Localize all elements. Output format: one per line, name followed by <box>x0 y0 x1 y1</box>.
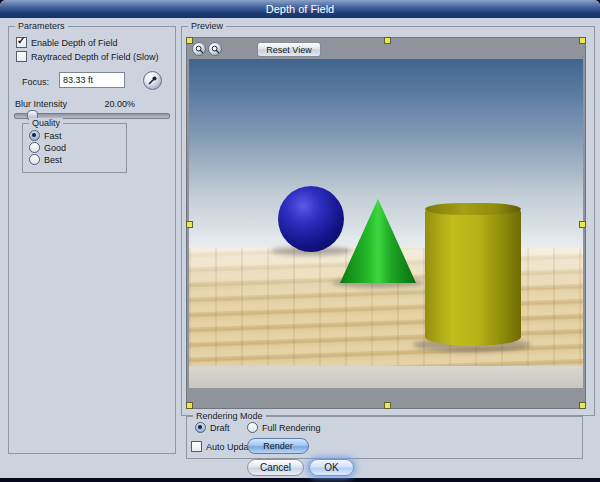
selection-handle-mid-left[interactable] <box>186 221 193 228</box>
yellow-cylinder <box>425 203 521 346</box>
render-button[interactable]: Render <box>247 438 309 454</box>
selection-handle-bottom-left[interactable] <box>186 402 193 409</box>
quality-fast-radio[interactable] <box>29 130 40 141</box>
scene-foreground-band <box>189 366 583 388</box>
preview-group: Preview Reset View <box>181 26 595 416</box>
quality-option-best[interactable]: Best <box>29 154 62 165</box>
magnifier-minus-icon <box>195 45 204 54</box>
selection-handle-mid-right[interactable] <box>579 221 586 228</box>
blur-intensity-value: 20.00% <box>89 99 135 109</box>
raytraced-dof-label: Raytraced Depth of Field (Slow) <box>31 52 159 62</box>
rendering-mode-group-label: Rendering Mode <box>193 411 266 422</box>
quality-group-label: Quality <box>29 118 63 129</box>
enable-dof-label: Enable Depth of Field <box>31 38 118 48</box>
selection-handle-top-left[interactable] <box>186 37 193 44</box>
window-title: Depth of Field <box>266 3 334 15</box>
zoom-in-button[interactable] <box>208 42 222 56</box>
raytraced-dof-checkbox[interactable] <box>16 51 27 62</box>
selection-handle-bottom-mid[interactable] <box>384 402 391 409</box>
cancel-button[interactable]: Cancel <box>247 459 304 476</box>
draft-option[interactable]: Draft <box>195 422 230 433</box>
full-rendering-option[interactable]: Full Rendering <box>247 422 321 433</box>
eyedropper-icon <box>147 75 158 86</box>
preview-scene <box>189 59 583 388</box>
full-rendering-radio[interactable] <box>247 422 258 433</box>
raytraced-dof-row: Raytraced Depth of Field (Slow) <box>16 51 159 62</box>
focus-input[interactable] <box>59 72 125 88</box>
quality-good-radio[interactable] <box>29 142 40 153</box>
enable-dof-checkbox[interactable] <box>16 37 27 48</box>
magnifier-plus-icon <box>211 45 220 54</box>
ok-button[interactable]: OK <box>309 459 354 476</box>
preview-canvas[interactable]: Reset View <box>186 37 586 409</box>
reset-view-button[interactable]: Reset View <box>257 42 321 57</box>
selection-handle-bottom-right[interactable] <box>579 402 586 409</box>
quality-good-label: Good <box>44 143 66 153</box>
preview-group-label: Preview <box>188 21 226 32</box>
draft-radio[interactable] <box>195 422 206 433</box>
quality-best-label: Best <box>44 155 62 165</box>
full-rendering-label: Full Rendering <box>262 423 321 433</box>
quality-option-fast[interactable]: Fast <box>29 130 62 141</box>
parameters-group: Parameters Enable Depth of Field Raytrac… <box>8 26 176 454</box>
blur-intensity-label: Blur Intensity <box>15 99 67 109</box>
zoom-out-button[interactable] <box>192 42 206 56</box>
draft-label: Draft <box>210 423 230 433</box>
selection-handle-top-right[interactable] <box>579 37 586 44</box>
quality-group: Quality Fast Good Best <box>22 123 127 173</box>
rendering-mode-group: Rendering Mode Draft Full Rendering Auto… <box>186 416 583 459</box>
quality-fast-label: Fast <box>44 131 62 141</box>
quality-option-good[interactable]: Good <box>29 142 66 153</box>
focus-label: Focus: <box>22 77 49 87</box>
parameters-group-label: Parameters <box>15 21 68 32</box>
focus-pick-button[interactable] <box>143 71 162 90</box>
selection-handle-top-mid[interactable] <box>384 37 391 44</box>
window-titlebar[interactable]: Depth of Field <box>0 0 600 18</box>
depth-of-field-dialog: Depth of Field Parameters Enable Depth o… <box>0 0 600 478</box>
enable-dof-row: Enable Depth of Field <box>16 37 118 48</box>
blue-sphere <box>278 186 344 252</box>
auto-update-checkbox[interactable] <box>191 441 202 452</box>
quality-best-radio[interactable] <box>29 154 40 165</box>
